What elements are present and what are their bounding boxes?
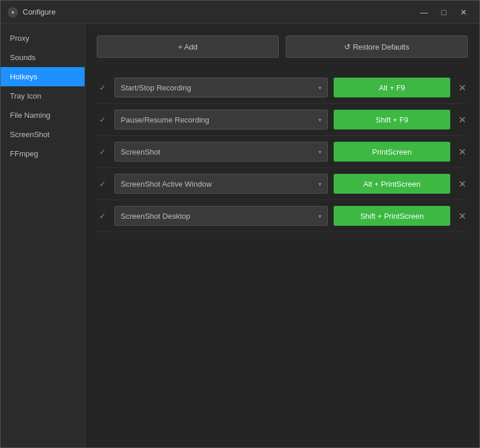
delete-button-5[interactable]: ✕ [456, 211, 468, 222]
hotkey-action-label-5: ScreenShot Desktop [121, 212, 316, 220]
sidebar-item-hotkeys[interactable]: Hotkeys [1, 67, 85, 86]
hotkey-action-label-1: Start/Stop Recording [121, 83, 316, 92]
close-button[interactable]: ✕ [455, 5, 472, 19]
delete-button-1[interactable]: ✕ [456, 82, 468, 93]
chevron-down-icon-3: ▾ [318, 149, 321, 155]
title-bar: ● Configure — □ ✕ [1, 1, 479, 24]
hotkey-action-dropdown-2[interactable]: Pause/Resume Recording ▾ [114, 110, 328, 130]
chevron-down-icon-4: ▾ [318, 181, 321, 187]
hotkey-key-5[interactable]: Shift + PrintScreen [334, 206, 450, 226]
hotkey-check-4[interactable]: ✓ [97, 179, 108, 188]
table-row: ✓ Start/Stop Recording ▾ Alt + F9 ✕ [97, 72, 468, 104]
hotkey-action-dropdown-1[interactable]: Start/Stop Recording ▾ [114, 78, 328, 97]
minimize-button[interactable]: — [415, 5, 433, 19]
delete-button-3[interactable]: ✕ [456, 146, 468, 158]
hotkey-action-label-4: ScreenShot Active Window [121, 180, 316, 188]
table-row: ✓ ScreenShot ▾ PrintScreen ✕ [97, 136, 468, 168]
hotkey-key-3[interactable]: PrintScreen [334, 142, 450, 162]
hotkey-action-dropdown-3[interactable]: ScreenShot ▾ [114, 142, 328, 162]
hotkey-action-dropdown-4[interactable]: ScreenShot Active Window ▾ [114, 174, 328, 194]
hotkey-action-dropdown-5[interactable]: ScreenShot Desktop ▾ [114, 206, 328, 226]
hotkey-list: ✓ Start/Stop Recording ▾ Alt + F9 ✕ ✓ Pa… [97, 72, 468, 232]
sidebar-item-ffmpeg[interactable]: FFmpeg [1, 144, 85, 163]
window-controls: — □ ✕ [415, 5, 472, 19]
hotkey-check-1[interactable]: ✓ [97, 83, 108, 92]
hotkey-check-5[interactable]: ✓ [97, 211, 108, 220]
sidebar-item-proxy[interactable]: Proxy [1, 29, 85, 48]
sidebar: Proxy Sounds Hotkeys Tray Icon File Nami… [1, 24, 85, 447]
table-row: ✓ Pause/Resume Recording ▾ Shift + F9 ✕ [97, 104, 468, 136]
content-area: Proxy Sounds Hotkeys Tray Icon File Nami… [1, 24, 479, 447]
hotkey-action-label-2: Pause/Resume Recording [121, 116, 316, 124]
maximize-button[interactable]: □ [435, 5, 453, 19]
hotkey-check-3[interactable]: ✓ [97, 147, 108, 156]
chevron-down-icon-5: ▾ [318, 213, 321, 219]
hotkey-action-label-3: ScreenShot [121, 148, 316, 156]
delete-button-2[interactable]: ✕ [456, 114, 468, 125]
window-title: Configure [23, 8, 415, 16]
hotkey-key-2[interactable]: Shift + F9 [334, 110, 450, 130]
sidebar-item-screenshot[interactable]: ScreenShot [1, 125, 85, 144]
table-row: ✓ ScreenShot Desktop ▾ Shift + PrintScre… [97, 200, 468, 232]
chevron-down-icon-2: ▾ [318, 117, 321, 123]
hotkey-check-2[interactable]: ✓ [97, 115, 108, 124]
hotkey-key-4[interactable]: Alt + PrintScreen [334, 174, 450, 194]
table-row: ✓ ScreenShot Active Window ▾ Alt + Print… [97, 168, 468, 200]
hotkey-key-1[interactable]: Alt + F9 [334, 78, 450, 97]
app-icon: ● [8, 7, 18, 18]
chevron-down-icon-1: ▾ [318, 85, 321, 91]
hotkeys-toolbar: + Add ↺ Restore Defaults [97, 36, 468, 58]
delete-button-4[interactable]: ✕ [456, 178, 468, 190]
sidebar-item-file-naming[interactable]: File Naming [1, 106, 85, 125]
add-button[interactable]: + Add [97, 36, 279, 58]
restore-defaults-button[interactable]: ↺ Restore Defaults [286, 36, 468, 58]
main-content: + Add ↺ Restore Defaults ✓ Start/Stop Re… [85, 24, 479, 447]
sidebar-item-sounds[interactable]: Sounds [1, 48, 85, 67]
sidebar-item-tray-icon[interactable]: Tray Icon [1, 86, 85, 106]
configure-window: ● Configure — □ ✕ Proxy Sounds Hotkeys T… [0, 0, 480, 448]
